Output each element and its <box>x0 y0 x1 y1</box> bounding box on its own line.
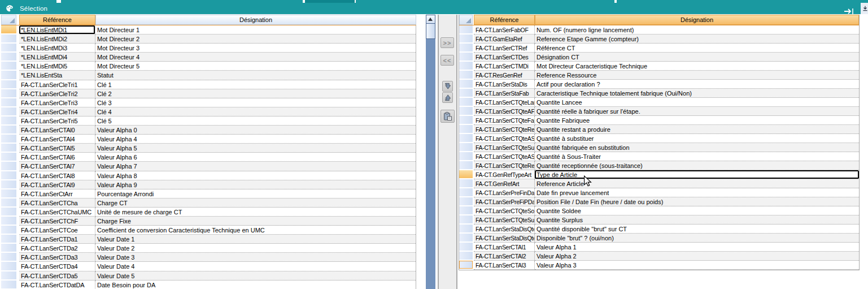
table-row[interactable]: FA-CT.LanSerCTChFCharge Fixe <box>1 217 416 226</box>
designation-cell[interactable]: Valeur Date 1 <box>95 235 416 244</box>
designation-cell[interactable]: Valeur Alpha 4 <box>95 135 416 144</box>
row-selector[interactable] <box>459 62 473 71</box>
row-selector[interactable] <box>459 134 473 143</box>
reference-cell[interactable]: *LEN.LisEntMDi4 <box>19 53 95 62</box>
designation-cell[interactable]: Position File / Date Fin (heure / date o… <box>535 197 859 206</box>
designation-cell[interactable]: Clé 2 <box>95 89 416 98</box>
move-all-right-button[interactable]: >> <box>440 37 454 48</box>
designation-cell[interactable]: Disponible "brut" ? (oui/non) <box>535 234 859 243</box>
left-table-scrollbar[interactable] <box>426 15 435 289</box>
table-row[interactable]: FA-CT.LanSerCleTri5Clé 5 <box>1 117 416 126</box>
reference-cell[interactable]: FA-CT.LanSerCTRef <box>474 44 535 53</box>
table-row[interactable]: FA-CT.LanSerCTQteSurQuantite Surplus <box>459 215 859 225</box>
designation-cell[interactable]: Valeur Alpha 6 <box>95 153 416 162</box>
row-selector[interactable] <box>1 117 16 126</box>
table-row[interactable]: FA-CT.GenRefArtReference Article <box>459 179 859 188</box>
table-row[interactable]: FA-CT.GamEtaRefReference Etape Gamme (co… <box>459 34 859 44</box>
reference-cell[interactable]: FA-CT.LanSerCTQteAFa <box>474 107 535 116</box>
table-row[interactable]: FA-CT.LanSerCTAl5Valeur Alpha 5 <box>1 144 416 153</box>
row-selector[interactable] <box>459 143 473 152</box>
designation-cell[interactable]: Quantité disponible "brut" sur CT <box>535 225 859 234</box>
column-header-designation[interactable]: Désignation <box>535 15 859 25</box>
table-row[interactable]: FA-CT.LanSerCTQteLanQuantite Lancee <box>459 98 859 107</box>
table-row[interactable]: FA-CT.LanSerCTQteFabQuantite Fabriquee <box>459 116 859 125</box>
reference-cell[interactable]: FA-CT.ResGenRef <box>474 71 535 80</box>
designation-cell[interactable]: Charge Fixe <box>95 217 416 226</box>
row-selector[interactable] <box>459 34 473 44</box>
table-row[interactable]: FA-CT.LanSerFabOFNum. OF (numero ligne l… <box>459 25 859 34</box>
table-row[interactable]: FA-CT.LanSerCtArrPourcentage Arrondi <box>1 189 416 199</box>
table-row[interactable]: FA-CT.LanSerCTDa3Valeur Date 3 <box>1 253 416 262</box>
row-selector[interactable] <box>459 125 473 134</box>
designation-cell[interactable]: Quantite Surplus <box>535 215 859 225</box>
table-row[interactable]: FA-CT.LanSerCTQteAStQuantité à Sous-Trai… <box>459 152 859 161</box>
row-selector[interactable] <box>1 25 16 34</box>
row-selector[interactable] <box>459 243 473 252</box>
designation-cell[interactable]: Clé 5 <box>95 117 416 126</box>
reference-cell[interactable]: FA-CT.LanSerCTAl4 <box>19 135 95 144</box>
table-row[interactable]: FA-CT.LanSerCTAl1Valeur Alpha 1 <box>459 243 859 252</box>
table-row[interactable]: FA-CT.LanSerStaDisQteStaDisponible "brut… <box>459 234 859 243</box>
table-row[interactable]: FA-CT.LanSerPreFiPDatPosition File / Dat… <box>459 197 859 206</box>
table-row[interactable]: FA-CT.LanSerCleTri3Clé 3 <box>1 98 416 107</box>
titlebar[interactable]: Sélection <box>0 3 868 14</box>
reference-cell[interactable]: FA-CT.LanSerCTAl7 <box>19 162 95 171</box>
row-selector[interactable] <box>1 44 16 53</box>
reference-cell[interactable]: FA-CT.LanSerCTChaUMC <box>19 208 95 217</box>
row-selector[interactable] <box>1 189 16 199</box>
table-row[interactable]: FA-CT.LanSerStaDisQteQuantité disponible… <box>459 225 859 234</box>
move-all-left-button[interactable]: << <box>440 55 454 66</box>
scrollbar-thumb[interactable] <box>426 24 435 38</box>
table-row[interactable]: *LEN.LisEntMDi4Mot Directeur 4 <box>1 53 416 62</box>
table-row[interactable]: FA-CT.LanSerCTCoeCoefficient de conversi… <box>1 226 416 235</box>
reference-cell[interactable]: FA-CT.LanSerCtArr <box>19 189 95 199</box>
reference-cell[interactable]: *LEN.LisEntMDi1 <box>19 25 95 34</box>
designation-cell[interactable]: Mot Directeur 2 <box>95 34 416 44</box>
row-selector[interactable] <box>1 89 16 98</box>
table-row[interactable]: *LEN.LisEntMDi2Mot Directeur 2 <box>1 34 416 44</box>
reference-cell[interactable]: FA-CT.GenRefTypeArt <box>474 170 535 179</box>
reference-cell[interactable]: FA-CT.LanSerCTQteSur <box>474 215 535 225</box>
reference-cell[interactable]: FA-CT.LanSerCTAl5 <box>19 144 95 153</box>
reference-cell[interactable]: FA-CT.LanSerCTAl1 <box>474 243 535 252</box>
reference-cell[interactable]: FA-CT.LanSerCleTri3 <box>19 98 95 107</box>
row-selector[interactable] <box>459 25 473 34</box>
row-selector[interactable] <box>459 116 473 125</box>
reference-cell[interactable]: FA-CT.LanSerStaDisQte <box>474 225 535 234</box>
row-selector[interactable] <box>459 152 473 161</box>
reference-cell[interactable]: FA-CT.LanSerStaDis <box>474 80 535 89</box>
reference-cell[interactable]: FA-CT.LanSerCTQteSol <box>474 206 535 215</box>
reference-cell[interactable]: FA-CT.LanSerCTChF <box>19 217 95 226</box>
column-header-reference[interactable]: Référence <box>474 15 535 25</box>
row-selector[interactable] <box>1 171 16 180</box>
select-all-corner[interactable] <box>1 15 16 25</box>
reference-cell[interactable]: FA-CT.LanSerCTQteFab <box>474 116 535 125</box>
table-row[interactable]: FA-CT.LanSerCTQteRecQuantité receptionné… <box>459 161 859 170</box>
row-selector[interactable] <box>459 261 473 270</box>
table-row[interactable]: FA-CT.LanSerCTAl8Valeur Alpha 8 <box>1 171 416 180</box>
row-selector[interactable] <box>459 179 473 188</box>
move-up-button[interactable] <box>442 92 453 103</box>
table-row[interactable]: FA-CT.LanSerCTChaCharge CT <box>1 199 416 208</box>
reference-cell[interactable]: FA-CT.LanSerCTQteASu <box>474 134 535 143</box>
designation-cell[interactable]: Actif pour declaration ? <box>535 80 859 89</box>
row-selector[interactable] <box>459 53 473 62</box>
designation-cell[interactable]: Valeur Date 4 <box>95 262 416 271</box>
designation-cell[interactable]: Quantité fabriquée en substitution <box>535 143 859 152</box>
row-selector[interactable] <box>1 126 16 135</box>
reference-cell[interactable]: FA-CT.LanSerCTAl3 <box>474 261 535 270</box>
table-row[interactable]: FA-CT.LanSerCTQteASuQuantité à substitue… <box>459 134 859 143</box>
designation-cell[interactable]: Valeur Date 5 <box>95 271 416 281</box>
row-selector[interactable] <box>1 271 16 281</box>
row-selector[interactable] <box>1 71 16 80</box>
designation-cell[interactable]: Valeur Alpha 8 <box>95 171 416 180</box>
reference-cell[interactable]: FA-CT.LanSerCleTri5 <box>19 117 95 126</box>
row-selector[interactable] <box>1 253 16 262</box>
reference-cell[interactable]: FA-CT.LanSerCTDa4 <box>19 262 95 271</box>
table-row[interactable]: FA-CT.LanSerCTChaUMCUnité de mesure de c… <box>1 208 416 217</box>
reference-cell[interactable]: FA-CT.LanSerCTDatDA <box>19 281 95 289</box>
designation-cell[interactable]: Mot Directeur 4 <box>95 53 416 62</box>
reference-cell[interactable]: FA-CT.LanSerCTDa5 <box>19 271 95 281</box>
row-selector[interactable] <box>1 98 16 107</box>
reference-cell[interactable]: FA-CT.LanSerCTDes <box>474 53 535 62</box>
